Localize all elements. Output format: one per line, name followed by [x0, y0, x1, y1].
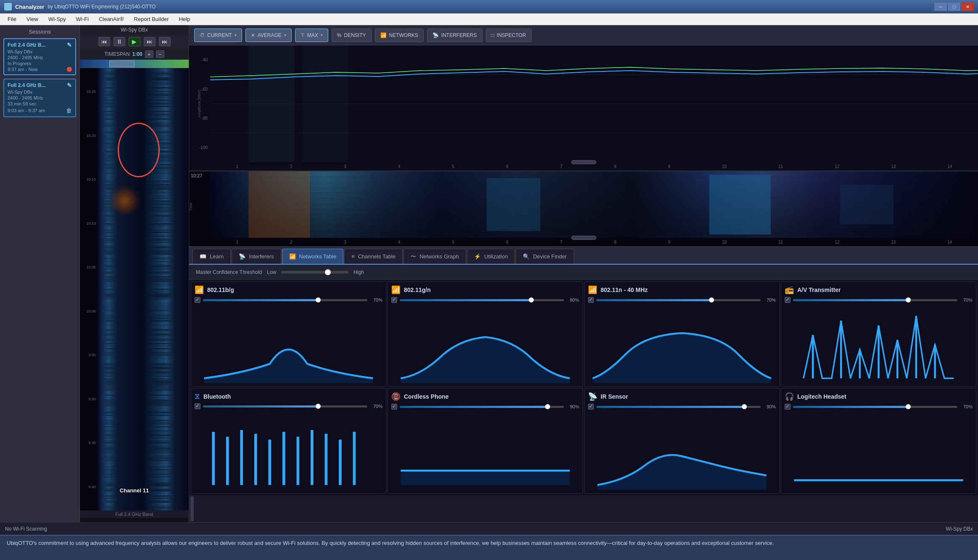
toolbar-current[interactable]: ⏱ CURRENT ▾: [194, 29, 242, 42]
interferer-card-bluetooth: ⧖ Bluetooth 70%: [191, 388, 386, 494]
chevron-down-icon-max: ▾: [321, 33, 323, 37]
interferer-checkbox-hs[interactable]: [785, 404, 791, 410]
menu-cleanair[interactable]: CleanAir®: [95, 15, 128, 24]
status-left: No Wi-Fi Scanning: [5, 526, 47, 532]
interferer-checkbox-n40[interactable]: [588, 297, 594, 303]
interferer-card-cordless: 📵 Cordless Phone 90%: [388, 388, 583, 494]
tab-learn[interactable]: 📖 Learn: [192, 249, 231, 264]
app-subtitle: by UbiqOTTO WiFi Engineering (212)540-OT…: [47, 4, 156, 10]
transport-start[interactable]: ⏮: [98, 37, 110, 46]
channel-selector[interactable]: [109, 60, 134, 67]
tab-interferers[interactable]: 📡 Interferers: [232, 249, 281, 264]
interferer-checkbox-gn[interactable]: [391, 297, 397, 303]
transport-pause[interactable]: ⏸: [113, 37, 125, 46]
time-label-3: 10:10: [81, 221, 96, 226]
headset-icon: 🎧: [785, 392, 794, 401]
transport-end[interactable]: ⏭: [159, 37, 171, 46]
graph-icon: 〜: [411, 253, 416, 260]
interferer-slider-gn[interactable]: [400, 299, 564, 301]
delete-icon-2[interactable]: 🗑: [66, 107, 72, 114]
edit-icon-2[interactable]: ✎: [67, 82, 72, 89]
waterfall-scrollbar[interactable]: [571, 236, 596, 240]
threshold-slider[interactable]: [281, 271, 348, 273]
toolbar-average[interactable]: ✕ AVERAGE ▾: [245, 29, 292, 42]
interferer-checkbox-bt[interactable]: [195, 403, 200, 409]
interferer-graph-hs: [785, 413, 973, 490]
clock-icon: ⏱: [200, 32, 205, 38]
session-card-1[interactable]: Full 2.4 GHz B... ✎ Wi-Spy DBx 2400 - 24…: [3, 38, 76, 75]
main-container: Sessions Full 2.4 GHz B... ✎ Wi-Spy DBx …: [0, 25, 978, 522]
scroll-thumb[interactable]: [190, 496, 194, 521]
interferer-card-headset: 🎧 Logitech Headset 70%: [781, 388, 976, 494]
interferer-checkbox-bg[interactable]: [195, 297, 200, 303]
menu-wispy[interactable]: Wi-Spy: [44, 15, 70, 24]
interferer-graph-gn: [391, 306, 579, 383]
tab-networks-table[interactable]: 📶 Networks Table: [282, 249, 344, 264]
interferer-slider-bg[interactable]: [203, 299, 367, 301]
statusbar: No Wi-Fi Scanning Wi-Spy DBx: [0, 522, 978, 535]
tab-channels-table[interactable]: ≡ Channels Table: [344, 249, 403, 264]
toolbar-density[interactable]: % DENSITY: [332, 29, 372, 42]
spectrum-scrollbar[interactable]: [571, 160, 596, 164]
time-label-0: 10:25: [81, 89, 96, 94]
scroll-indicator[interactable]: [189, 495, 194, 522]
interferer-graph-av: [785, 306, 973, 383]
transport-ffwd[interactable]: ⏭: [144, 37, 156, 46]
toolbar-max[interactable]: ⊤ MAX ▾: [295, 29, 328, 42]
svg-rect-40: [401, 471, 569, 485]
chevron-down-icon-avg: ▾: [284, 33, 286, 37]
toolbar-networks[interactable]: 📶 NETWORKS: [375, 29, 424, 42]
menu-file[interactable]: File: [3, 15, 21, 24]
interferer-checkbox-ir[interactable]: [588, 404, 594, 410]
sessions-title: Sessions: [3, 29, 76, 35]
timespan-minus[interactable]: −: [156, 50, 164, 58]
interferer-slider-bt[interactable]: [203, 405, 367, 408]
finder-icon: 🔍: [523, 253, 530, 260]
tab-networks-graph[interactable]: 〜 Networks Graph: [403, 249, 466, 264]
threshold-low: Low: [267, 269, 276, 275]
toolbar-inspector[interactable]: □ INSPECTOR: [486, 29, 532, 42]
transport-play[interactable]: ▶: [129, 37, 140, 46]
interferer-controls-bt: 70%: [195, 403, 382, 409]
wifi-networks-icon: 📶: [380, 32, 387, 38]
device-label: Wi-Spy DBx: [80, 25, 189, 34]
toolbar-interferers[interactable]: 📡 INTERFERERS: [427, 29, 482, 42]
maximize-button[interactable]: □: [948, 3, 960, 11]
interferer-checkbox-av[interactable]: [785, 297, 791, 303]
tab-device-finder[interactable]: 🔍 Device Finder: [516, 249, 574, 264]
menu-view[interactable]: View: [22, 15, 42, 24]
tab-utilization[interactable]: ⚡ Utilization: [467, 249, 515, 264]
amplitude-unit-label: Amplitude [dBm]: [189, 45, 209, 162]
interferers-tab-icon: 📡: [239, 253, 245, 260]
channel-circle: [118, 123, 160, 177]
interferer-card-ir: 📡 IR Sensor 90%: [584, 388, 780, 494]
time-axis-label: Time: [189, 202, 193, 211]
sidebar: Sessions Full 2.4 GHz B... ✎ Wi-Spy DBx …: [0, 25, 80, 522]
menu-help[interactable]: Help: [175, 15, 195, 24]
interferer-slider-ir[interactable]: [596, 406, 761, 408]
interferer-pct-ir: 90%: [763, 404, 776, 409]
menu-report[interactable]: Report Builder: [130, 15, 173, 24]
close-button[interactable]: ✕: [961, 3, 974, 11]
spectrum-panel: Wi-Spy DBx ⏮ ⏸ ▶ ⏭ ⏭ TIMESPAN 1:00 + − 1…: [80, 25, 189, 522]
threshold-bar: Master Confidence Threshold Low High: [189, 265, 978, 280]
channel-strip: [80, 60, 189, 68]
interferer-header-hs: 🎧 Logitech Headset: [785, 392, 973, 401]
svg-rect-17: [248, 171, 310, 238]
wifi-icon-n40: 📶: [588, 285, 597, 294]
minimize-button[interactable]: ─: [934, 3, 947, 11]
interferer-checkbox-cp[interactable]: [391, 404, 397, 410]
interferer-name-ir: IR Sensor: [601, 393, 628, 400]
timespan-plus[interactable]: +: [145, 50, 153, 58]
channel-label: Channel 11: [120, 487, 149, 494]
interferer-slider-n40[interactable]: [596, 299, 761, 301]
interferer-slider-hs[interactable]: [793, 406, 957, 408]
menu-wifi[interactable]: Wi-Fi: [72, 15, 93, 24]
threshold-high: High: [353, 269, 364, 275]
bluetooth-icon: ⧖: [195, 392, 200, 401]
session-card-2[interactable]: Full 2.4 GHz B... ✎ Wi-Spy DBx 2400 - 24…: [3, 79, 76, 117]
edit-icon-1[interactable]: ✎: [67, 42, 72, 48]
interferer-slider-av[interactable]: [793, 299, 957, 301]
message-bar: UbiqOTTO's commitment to using advanced …: [0, 535, 978, 560]
interferer-slider-cp[interactable]: [400, 406, 564, 408]
